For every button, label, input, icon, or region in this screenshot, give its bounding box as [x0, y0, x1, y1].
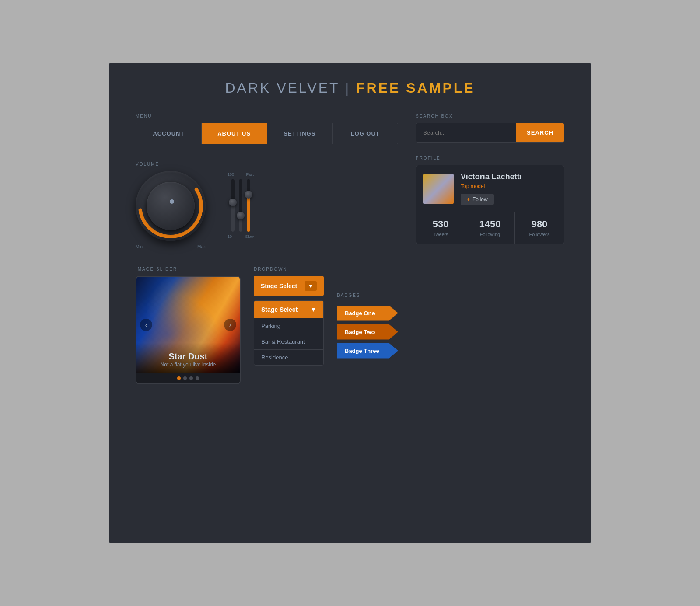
vslider-1a[interactable]	[231, 179, 234, 232]
slider-title: Star Dust	[144, 352, 233, 362]
profile-info: Victoria Lachetti Top model + Follow	[461, 172, 557, 205]
image-slider-label: IMAGE SLIDER	[136, 267, 241, 272]
title-text: DARK VELVET | FREE SAMPLE	[225, 80, 475, 96]
slider-thumb-1b	[237, 212, 245, 219]
dropdown-open: Stage Select ▼ Parking Bar & Restaurant …	[254, 300, 324, 366]
slider-caption: Star Dust Not a flat you live inside	[136, 343, 240, 373]
page-title: DARK VELVET | FREE SAMPLE	[136, 80, 564, 96]
knob-dot	[170, 199, 174, 204]
dot-4[interactable]	[196, 376, 199, 380]
stat-following: 1450 Following	[466, 212, 515, 244]
nav-item-settings[interactable]: SETTINGS	[267, 123, 333, 144]
follow-plus-icon: +	[467, 196, 470, 202]
vslider-1c[interactable]	[247, 179, 250, 232]
slider-image: ‹ › Star Dust Not a flat you live inside	[136, 277, 240, 373]
search-button[interactable]: SEARCH	[516, 123, 564, 142]
volume-knob-container	[136, 171, 206, 241]
right-column: SEARCH BOX SEARCH PROFILE Victoria Lache…	[416, 114, 564, 384]
dropdown-item-residence[interactable]: Residence	[254, 350, 323, 365]
bottom-row: IMAGE SLIDER ‹ › Star Dust Not a flat yo…	[136, 267, 398, 384]
following-value: 1450	[469, 219, 511, 230]
badges-section: BADGES Badge One Badge Two Badge Three	[337, 267, 398, 384]
sliders-section: 100 Fast	[228, 172, 254, 239]
nav-item-logout[interactable]: LOG OUT	[332, 123, 398, 144]
profile-role: Top model	[461, 183, 557, 189]
profile-card: Victoria Lachetti Top model + Follow 530…	[416, 165, 564, 244]
follow-button[interactable]: + Follow	[461, 194, 494, 205]
dropdown-open-header[interactable]: Stage Select ▼	[254, 301, 323, 318]
dropdown-item-bar[interactable]: Bar & Restaurant	[254, 334, 323, 350]
profile-section: PROFILE Victoria Lachetti Top model + Fo…	[416, 156, 564, 244]
badge-1: Badge One	[337, 306, 398, 321]
search-box: SEARCH	[416, 123, 564, 143]
badge-shape-2: Badge Two	[337, 324, 398, 340]
slider1-tracks	[231, 179, 250, 232]
dropdown-button[interactable]: Stage Select ▼	[254, 276, 324, 296]
profile-stats: 530 Tweets 1450 Following 980 Followers	[416, 212, 564, 244]
search-label: SEARCH BOX	[416, 114, 564, 118]
badge-3: Badge Three	[337, 343, 398, 359]
slider-subtitle: Not a flat you live inside	[144, 362, 233, 368]
avatar	[423, 174, 454, 204]
dropdown-item-parking[interactable]: Parking	[254, 318, 323, 334]
nav-item-about[interactable]: ABOUT US	[202, 123, 267, 144]
slider-prev-button[interactable]: ‹	[140, 319, 152, 331]
controls-section: VOLUME Min	[136, 162, 398, 249]
image-slider-section: IMAGE SLIDER ‹ › Star Dust Not a flat yo…	[136, 267, 241, 384]
volume-knob[interactable]	[136, 171, 206, 241]
search-section: SEARCH BOX SEARCH	[416, 114, 564, 143]
slider-group-1: 100 Fast	[228, 172, 254, 239]
knob-inner	[147, 182, 195, 230]
slider-thumb-1c	[245, 191, 252, 199]
profile-name: Victoria Lachetti	[461, 172, 557, 181]
dot-1[interactable]	[177, 376, 181, 380]
dot-3[interactable]	[189, 376, 193, 380]
tweets-label: Tweets	[433, 232, 448, 237]
badges-label: BADGES	[337, 293, 398, 298]
tweets-value: 530	[420, 219, 462, 230]
dropdown-open-arrow-icon: ▼	[310, 306, 316, 313]
search-input[interactable]	[416, 123, 516, 142]
followers-value: 980	[518, 219, 560, 230]
image-slider: ‹ › Star Dust Not a flat you live inside	[136, 276, 241, 384]
dropdown-section: DROPDOWN Stage Select ▼ Stage Select ▼ P…	[254, 267, 324, 384]
menu-label: MENU	[136, 114, 398, 118]
badge-shape-1: Badge One	[337, 306, 398, 321]
badge-2: Badge Two	[337, 324, 398, 340]
nav-menu: ACCOUNT ABOUT US SETTINGS LOG OUT	[136, 123, 398, 144]
followers-label: Followers	[529, 232, 550, 237]
profile-label: PROFILE	[416, 156, 564, 160]
nav-item-account[interactable]: ACCOUNT	[136, 123, 202, 144]
dot-2[interactable]	[183, 376, 187, 380]
stat-tweets: 530 Tweets	[416, 212, 466, 244]
volume-section: VOLUME Min	[136, 162, 206, 249]
following-label: Following	[480, 232, 500, 237]
profile-top: Victoria Lachetti Top model + Follow	[416, 165, 564, 212]
dropdown-arrow-icon: ▼	[304, 281, 317, 291]
slider-dots	[136, 373, 240, 383]
badge-shape-3: Badge Three	[337, 343, 398, 359]
knob-labels: Min Max	[136, 244, 206, 249]
slider-next-button[interactable]: ›	[224, 319, 236, 331]
volume-label: VOLUME	[136, 162, 206, 167]
stat-followers: 980 Followers	[515, 212, 564, 244]
main-canvas: DARK VELVET | FREE SAMPLE MENU ACCOUNT A…	[109, 63, 591, 543]
slider-thumb-1a	[229, 199, 237, 206]
left-column: MENU ACCOUNT ABOUT US SETTINGS LOG OUT V…	[136, 114, 398, 384]
slider1-top-labels: 100 Fast	[228, 172, 254, 177]
vslider-1b[interactable]	[239, 179, 242, 232]
slider1-bottom-labels: 10 Slow	[228, 234, 254, 239]
dropdown-label: DROPDOWN	[254, 267, 324, 272]
